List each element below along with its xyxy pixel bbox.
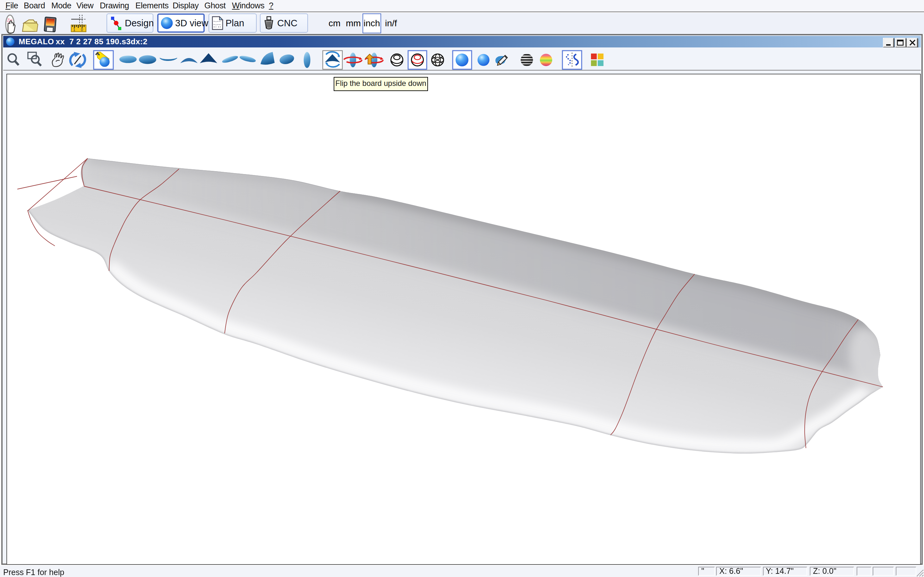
svg-text:0: 0 — [81, 27, 83, 32]
svg-text:1: 1 — [73, 27, 75, 32]
